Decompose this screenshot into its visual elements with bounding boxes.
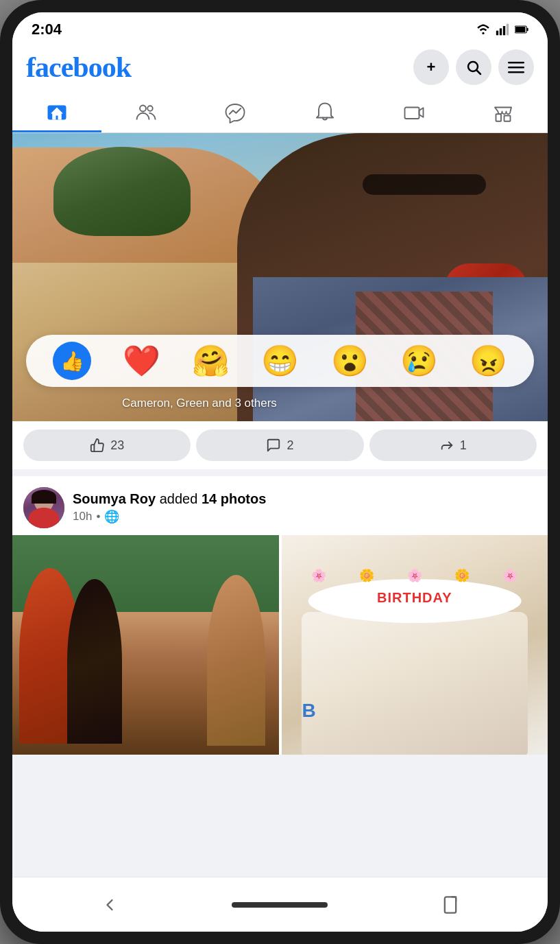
nav-tabs — [12, 93, 548, 133]
like-reaction-button[interactable]: 👍 — [53, 342, 91, 380]
wifi-icon — [476, 23, 490, 36]
post-meta-2: Soumya Roy added 14 photos 10h • 🌐 — [73, 491, 537, 524]
comment-count: 2 — [287, 438, 293, 453]
battery-icon — [515, 23, 528, 36]
post-header-2: Soumya Roy added 14 photos 10h • 🌐 — [12, 476, 548, 535]
hamburger-icon — [508, 59, 524, 75]
like-button[interactable]: 23 — [23, 429, 191, 461]
avatar-image — [23, 487, 64, 528]
tab-video[interactable] — [369, 93, 459, 132]
bell-icon — [313, 100, 337, 125]
care-reaction-button[interactable]: 🤗 — [192, 343, 230, 379]
svg-rect-11 — [508, 71, 524, 73]
avatar-soumya — [23, 487, 64, 528]
phone-screen: 2:04 — [12, 12, 548, 932]
svg-rect-9 — [508, 62, 524, 64]
feed: 👍 ❤️ 🤗 😁 😮 😢 😠 Cameron, Green and 3 othe… — [12, 133, 548, 877]
svg-rect-0 — [496, 31, 498, 36]
status-icons — [476, 23, 528, 36]
tab-marketplace[interactable] — [459, 93, 548, 132]
svg-point-14 — [148, 106, 154, 111]
reactions-seen: Cameron, Green and 3 others — [122, 397, 277, 410]
post-time-2: 10h • 🌐 — [73, 509, 537, 524]
home-indicator[interactable] — [232, 902, 328, 908]
post-image-container: 👍 ❤️ 🤗 😁 😮 😢 😠 Cameron, Green and 3 othe… — [12, 133, 548, 421]
svg-rect-16 — [496, 114, 501, 121]
tab-home[interactable] — [12, 93, 101, 132]
signal-icon — [496, 23, 509, 36]
angry-reaction-button[interactable]: 😠 — [470, 343, 507, 379]
svg-rect-5 — [527, 28, 528, 31]
photo-cell-1[interactable] — [12, 535, 279, 755]
share-button[interactable]: 1 — [369, 429, 537, 461]
post-card-2: Soumya Roy added 14 photos 10h • 🌐 — [12, 476, 548, 755]
video-icon — [402, 100, 426, 125]
svg-rect-2 — [503, 26, 505, 35]
svg-rect-17 — [504, 116, 510, 121]
post-card-1: 👍 ❤️ 🤗 😁 😮 😢 😠 Cameron, Green and 3 othe… — [12, 133, 548, 469]
back-icon — [100, 895, 119, 914]
share-count: 1 — [460, 438, 467, 453]
tab-friends[interactable] — [101, 93, 191, 132]
app-header: facebook + — [12, 44, 548, 93]
menu-button[interactable] — [498, 49, 534, 85]
wow-reaction-button[interactable]: 😮 — [331, 343, 369, 379]
reactions-bar: 👍 ❤️ 🤗 😁 😮 😢 😠 — [26, 335, 534, 387]
back-button[interactable] — [93, 888, 127, 922]
rotate-button[interactable] — [433, 888, 467, 922]
comment-icon — [266, 438, 281, 453]
svg-rect-3 — [507, 24, 509, 36]
share-icon — [439, 438, 454, 453]
love-reaction-button[interactable]: ❤️ — [123, 343, 160, 379]
phone-frame: 2:04 — [0, 0, 560, 944]
svg-rect-18 — [445, 897, 456, 912]
sad-reaction-button[interactable]: 😢 — [400, 343, 438, 379]
add-button[interactable]: + — [413, 49, 449, 85]
friends-icon — [134, 100, 158, 125]
svg-rect-1 — [500, 28, 502, 35]
svg-point-13 — [140, 106, 146, 112]
search-icon — [465, 59, 482, 75]
status-time: 2:04 — [32, 21, 62, 38]
tab-notifications[interactable] — [280, 93, 369, 132]
status-bar: 2:04 — [12, 12, 548, 44]
photo-grid: BIRTHDAY 🌸 🌼 🌸 🌼 🌸 B — [12, 535, 548, 755]
like-count: 23 — [110, 438, 124, 453]
svg-rect-15 — [404, 108, 419, 119]
comment-button[interactable]: 2 — [196, 429, 363, 461]
header-actions: + — [413, 49, 534, 85]
post-author-2: Soumya Roy added 14 photos — [73, 491, 537, 507]
home-icon — [45, 100, 69, 125]
facebook-logo: facebook — [26, 51, 131, 84]
post-actions: 23 2 1 — [12, 421, 548, 469]
svg-rect-6 — [515, 27, 525, 32]
svg-line-8 — [477, 71, 481, 75]
bottom-nav — [12, 877, 548, 932]
thumbs-up-icon — [90, 438, 105, 453]
search-button[interactable] — [456, 49, 491, 85]
rotate-icon — [441, 895, 460, 914]
messenger-icon — [223, 100, 247, 125]
tab-messenger[interactable] — [191, 93, 280, 132]
photo-cell-2[interactable]: BIRTHDAY 🌸 🌼 🌸 🌼 🌸 B — [282, 535, 548, 755]
svg-rect-10 — [508, 67, 524, 69]
haha-reaction-button[interactable]: 😁 — [261, 343, 299, 379]
store-icon — [491, 100, 515, 125]
privacy-globe-icon: 🌐 — [104, 509, 119, 524]
